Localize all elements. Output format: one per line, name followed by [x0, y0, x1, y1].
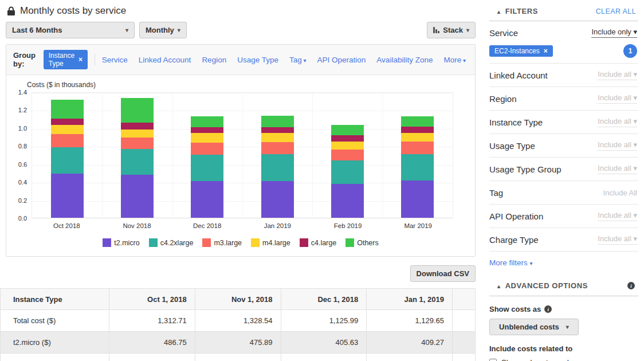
bar-segment-others[interactable] — [191, 116, 223, 127]
bar-segment-t2.micro[interactable] — [51, 174, 84, 218]
x-tick-label: Nov 2018 — [102, 222, 172, 229]
info-icon[interactable]: i — [544, 305, 552, 313]
lock-icon — [7, 6, 15, 16]
filter-row-linked-account: Linked AccountInclude all ▾ — [489, 64, 638, 87]
info-icon[interactable]: i — [627, 282, 635, 289]
bar-segment-c4.2xlarge[interactable] — [331, 160, 364, 184]
bar-segment-m3.large[interactable] — [401, 142, 434, 154]
legend-swatch — [149, 238, 158, 247]
bar-segment-m4.large[interactable] — [121, 130, 154, 138]
bar-segment-c4.2xlarge[interactable] — [261, 154, 294, 181]
bar-segment-c4.2xlarge[interactable] — [121, 149, 154, 175]
group-by-link-availability-zone[interactable]: Availability Zone — [376, 56, 433, 64]
bar-segment-m3.large[interactable] — [331, 150, 364, 160]
stacked-bar[interactable] — [261, 116, 294, 218]
bar-segment-c4.large[interactable] — [331, 135, 364, 142]
close-icon[interactable]: × — [78, 56, 83, 64]
table-cell: 1,125.99 — [281, 310, 367, 332]
stacked-bar[interactable] — [331, 125, 364, 218]
y-tick-label: 0.4 — [18, 179, 27, 186]
table-cell: t2.micro ($) — [1, 332, 109, 354]
x-tick-label: Dec 2018 — [172, 222, 242, 229]
close-icon[interactable]: × — [544, 47, 548, 55]
group-by-link-usage-type[interactable]: Usage Type — [237, 56, 278, 64]
bar-segment-others[interactable] — [261, 116, 294, 127]
bar-segment-m3.large[interactable] — [191, 143, 223, 155]
filter-mode-dropdown[interactable]: Include All — [603, 189, 637, 197]
bar-segment-m3.large[interactable] — [121, 138, 154, 149]
bar-segment-t2.micro[interactable] — [191, 181, 223, 218]
bar-segment-m4.large[interactable] — [331, 142, 364, 149]
bar-groups — [32, 93, 453, 218]
bar-segment-m4.large[interactable] — [51, 125, 84, 134]
bar-segment-others[interactable] — [331, 125, 364, 135]
bar-segment-m4.large[interactable] — [261, 133, 294, 142]
bar-segment-c4.large[interactable] — [401, 127, 434, 133]
bar-segment-c4.2xlarge[interactable] — [51, 147, 84, 174]
group-by-link-more[interactable]: More ▾ — [443, 56, 466, 64]
bar-segment-t2.micro[interactable] — [261, 181, 294, 218]
bar-segment-m3.large[interactable] — [261, 142, 294, 154]
bar-segment-m4.large[interactable] — [401, 133, 434, 142]
filter-mode-dropdown[interactable]: Include all ▾ — [598, 164, 637, 174]
bar-segment-c4.large[interactable] — [121, 123, 154, 130]
filter-mode-dropdown[interactable]: Include all ▾ — [598, 211, 637, 221]
unblended-costs-dropdown[interactable]: Unblended costs▾ — [489, 319, 579, 335]
clear-all-link[interactable]: CLEAR ALL — [596, 7, 636, 15]
bar-segment-c4.2xlarge[interactable] — [191, 155, 223, 182]
stacked-bar[interactable] — [51, 100, 84, 218]
bar-segment-t2.micro[interactable] — [331, 184, 364, 218]
bar-segment-m3.large[interactable] — [51, 134, 84, 147]
bar-segment-c4.large[interactable] — [261, 127, 294, 133]
untagged-resources-label: Show only untagged resources — [501, 358, 604, 361]
legend-label: t2.micro — [114, 239, 139, 247]
stacked-bar[interactable] — [191, 116, 223, 218]
collapse-triangle-icon: ▴ — [497, 283, 501, 289]
stacked-bar[interactable] — [121, 98, 154, 218]
bar-segment-others[interactable] — [51, 100, 84, 119]
filter-mode-dropdown[interactable]: Include all ▾ — [598, 70, 637, 80]
group-by-link-service[interactable]: Service — [102, 56, 128, 64]
bar-segment-t2.micro[interactable] — [121, 175, 154, 218]
legend-item-t2.micro: t2.micro — [103, 238, 139, 247]
bar-segment-c4.2xlarge[interactable] — [401, 154, 434, 180]
filter-row-instance-type: Instance TypeInclude all ▾ — [489, 111, 638, 134]
bar-segment-m4.large[interactable] — [191, 133, 223, 143]
chart-plot[interactable] — [32, 92, 453, 218]
group-by-link-region[interactable]: Region — [202, 56, 226, 64]
group-by-link-api-operation[interactable]: API Operation — [317, 56, 366, 64]
chart-panel: Group by: Instance Type× ServiceLinked A… — [6, 44, 476, 257]
advanced-options-title[interactable]: ▴ADVANCED OPTIONS — [497, 281, 588, 290]
chart-type-dropdown[interactable]: Stack▾ — [427, 22, 476, 38]
filter-mode-dropdown[interactable]: Include all ▾ — [598, 93, 637, 104]
filter-mode-dropdown[interactable]: Include all ▾ — [598, 140, 637, 151]
bar-segment-others[interactable] — [121, 98, 154, 123]
y-tick-label: 1.0 — [18, 125, 27, 132]
bar-segment-others[interactable] — [401, 116, 434, 127]
group-by-link-linked-account[interactable]: Linked Account — [139, 56, 191, 64]
filters-title[interactable]: ▴FILTERS — [497, 7, 538, 15]
filter-mode-dropdown[interactable]: Include only ▾ — [591, 28, 637, 38]
more-filters-link[interactable]: More filters ▾ — [489, 252, 638, 275]
table-cell — [453, 310, 476, 332]
bar-segment-c4.large[interactable] — [51, 119, 84, 125]
untagged-resources-option[interactable]: Show only untagged resources — [489, 358, 638, 361]
group-by-link-tag[interactable]: Tag ▾ — [289, 56, 307, 64]
untagged-resources-checkbox[interactable] — [489, 359, 497, 361]
filter-mode-dropdown[interactable]: Include all ▾ — [598, 117, 637, 127]
time-range-dropdown[interactable]: Last 6 Months▾ — [6, 22, 135, 38]
bar-segment-c4.large[interactable] — [191, 127, 223, 133]
bar-segment-t2.micro[interactable] — [401, 180, 434, 218]
y-tick-label: 1.4 — [18, 89, 27, 96]
group-by-chip-instance-type[interactable]: Instance Type× — [44, 50, 88, 69]
main-content: Monthly costs by service Last 6 Months▾ … — [0, 0, 482, 361]
bar-group-nov-2018 — [102, 93, 172, 218]
download-csv-button[interactable]: Download CSV — [410, 265, 476, 282]
table-cell: Total cost ($) — [1, 310, 109, 332]
filter-chip-ec2-instances[interactable]: EC2-Instances× — [489, 45, 553, 57]
table-column-header: Jan 1, 2019 — [367, 289, 453, 310]
filter-mode-dropdown[interactable]: Include all ▾ — [598, 234, 637, 245]
granularity-dropdown[interactable]: Monthly▾ — [139, 22, 187, 38]
y-tick-label: 0.2 — [18, 197, 27, 204]
stacked-bar[interactable] — [401, 116, 434, 218]
